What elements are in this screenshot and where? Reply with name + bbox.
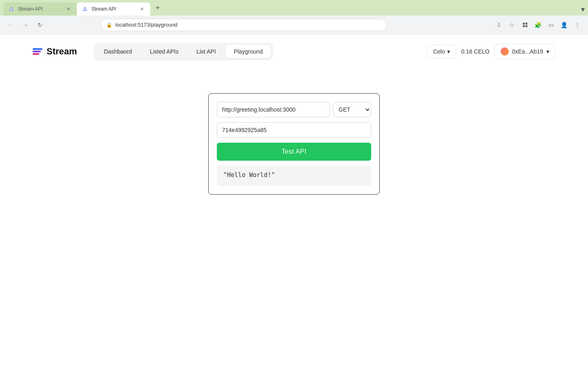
browser-window: Stream API ✕ Stream API ✕ + ▾ ← → ↻ 🔒 lo… bbox=[0, 0, 588, 368]
playground-card: GET POST PUT DELETE Test API "Hello Worl… bbox=[208, 93, 380, 195]
wallet-address: 0xEa...Ab19 bbox=[512, 48, 543, 55]
back-button[interactable]: ← bbox=[5, 19, 16, 31]
nav-tab-listed-apis[interactable]: Listed APIs bbox=[142, 45, 187, 58]
lock-icon: 🔒 bbox=[106, 22, 112, 28]
tab-title-1: Stream API bbox=[18, 6, 61, 12]
tab-title-2: Stream API bbox=[91, 6, 135, 12]
address-bar: ← → ↻ 🔒 localhost:5173/playground ⇩ ☆ 🧩 … bbox=[0, 16, 588, 34]
response-output: "Hello World!" bbox=[217, 166, 371, 186]
url-bar[interactable]: 🔒 localhost:5173/playground bbox=[101, 19, 387, 31]
tab-bar: Stream API ✕ Stream API ✕ + ▾ bbox=[0, 0, 588, 16]
api-key-input[interactable] bbox=[217, 122, 371, 138]
nav-right: Celo ▾ 0.16 CELO 0xEa...Ab19 ▾ bbox=[427, 44, 555, 59]
tab-close-1[interactable]: ✕ bbox=[65, 5, 72, 13]
main-content: GET POST PUT DELETE Test API "Hello Worl… bbox=[0, 69, 588, 219]
svg-rect-6 bbox=[523, 25, 525, 27]
network-chevron-icon: ▾ bbox=[447, 48, 450, 55]
tab-menu-button[interactable]: ▾ bbox=[581, 5, 585, 14]
tab-favicon-2 bbox=[82, 6, 88, 12]
puzzle-icon[interactable]: 🧩 bbox=[532, 19, 544, 31]
browser-tab-2[interactable]: Stream API ✕ bbox=[77, 2, 150, 16]
app-content: Stream Dashbaord Listed APIs List API Pl… bbox=[0, 34, 588, 368]
profile-icon[interactable]: 👤 bbox=[559, 19, 570, 31]
svg-rect-7 bbox=[526, 25, 528, 27]
url-text: localhost:5173/playground bbox=[116, 22, 178, 28]
network-selector[interactable]: Celo ▾ bbox=[427, 45, 457, 58]
balance-display: 0.16 CELO bbox=[461, 48, 489, 55]
url-method-row: GET POST PUT DELETE bbox=[217, 102, 371, 117]
http-method-select[interactable]: GET POST PUT DELETE bbox=[333, 102, 371, 117]
forward-button[interactable]: → bbox=[20, 19, 31, 31]
wallet-chevron-icon: ▾ bbox=[546, 48, 549, 55]
logo-area: Stream bbox=[33, 46, 77, 57]
tab-close-2[interactable]: ✕ bbox=[138, 5, 145, 13]
svg-rect-4 bbox=[523, 22, 525, 25]
api-url-input[interactable] bbox=[217, 102, 330, 117]
star-icon[interactable]: ☆ bbox=[506, 19, 518, 31]
new-tab-button[interactable]: + bbox=[152, 2, 163, 13]
sidebar-icon[interactable]: ▭ bbox=[546, 19, 557, 31]
nav-tab-list-api[interactable]: List API bbox=[188, 45, 224, 58]
svg-rect-5 bbox=[526, 22, 528, 25]
wallet-avatar bbox=[501, 47, 509, 56]
logo-layer-3 bbox=[33, 53, 39, 55]
app-navigation: Stream Dashbaord Listed APIs List API Pl… bbox=[0, 34, 588, 69]
nav-tab-playground[interactable]: Playground bbox=[226, 45, 271, 58]
extension-icon-1[interactable] bbox=[519, 19, 531, 31]
address-actions: ⇩ ☆ 🧩 ▭ 👤 ⋮ bbox=[493, 19, 583, 31]
wallet-button[interactable]: 0xEa...Ab19 ▾ bbox=[494, 44, 555, 59]
browser-tab-1[interactable]: Stream API ✕ bbox=[3, 2, 77, 16]
network-label: Celo bbox=[433, 48, 445, 55]
logo-layer-1 bbox=[33, 48, 42, 50]
tab-favicon-1 bbox=[8, 6, 15, 12]
logo-text: Stream bbox=[47, 46, 77, 57]
reload-button[interactable]: ↻ bbox=[34, 19, 46, 31]
test-api-button[interactable]: Test API bbox=[217, 143, 371, 161]
nav-tabs: Dashbaord Listed APIs List API Playgroun… bbox=[94, 43, 274, 61]
menu-dots-icon[interactable]: ⋮ bbox=[572, 19, 583, 31]
download-icon[interactable]: ⇩ bbox=[493, 19, 505, 31]
logo-layer-2 bbox=[33, 51, 41, 52]
nav-tab-dashboard[interactable]: Dashbaord bbox=[96, 45, 140, 58]
stream-logo-icon bbox=[33, 48, 42, 55]
